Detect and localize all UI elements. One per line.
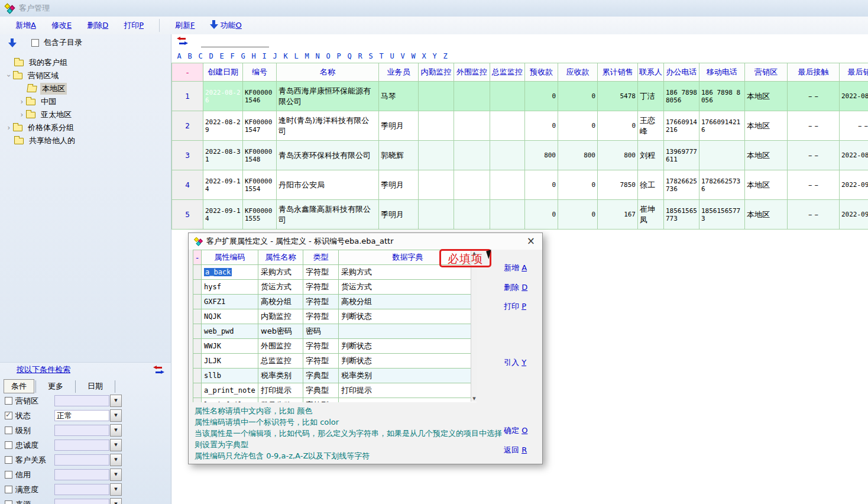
credit-checkbox[interactable] — [5, 471, 12, 479]
sidebar-item-marketing-region[interactable]: › 营销区域 — [0, 69, 171, 82]
status-dropdown[interactable]: 正常 — [54, 410, 109, 421]
column-header-total-sales[interactable]: 累计销售 — [598, 63, 638, 82]
alphabet-letter[interactable]: S — [365, 52, 376, 62]
tab-more[interactable]: 更多 — [37, 380, 74, 393]
selected-cell[interactable]: 2022-08-26 — [203, 82, 243, 111]
swap-columns-icon[interactable] — [154, 366, 164, 374]
dialog-button-import[interactable]: 引入 Y — [504, 357, 526, 368]
alphabet-letter[interactable]: V — [397, 52, 408, 62]
attr-row[interactable]: hysf 货运方式 字符型 货运方式 — [193, 280, 477, 295]
column-header-region[interactable]: 营销区 — [745, 63, 788, 82]
sidebar-item-asia-pacific[interactable]: › 亚太地区 — [0, 108, 171, 121]
toolbar-button-refresh[interactable]: 刷新F — [175, 20, 195, 31]
dropdown-arrow-icon[interactable]: ▼ — [110, 498, 122, 504]
table-row[interactable]: 5 2022-09-14 KF000001555 青岛永鑫隆高新科技有限公司 季… — [172, 200, 868, 230]
alphabet-letter[interactable]: W — [408, 52, 419, 62]
alphabet-letter[interactable]: R — [355, 52, 365, 62]
relationship-checkbox[interactable] — [5, 456, 12, 464]
toolbar-button-print[interactable]: 打印P — [124, 20, 144, 31]
column-header-attr-code[interactable]: 属性编码 — [202, 250, 258, 265]
column-header-attr-type[interactable]: 类型 — [303, 250, 339, 265]
alphabet-letter[interactable]: E — [216, 52, 227, 62]
dialog-button-print[interactable]: 打印 P — [504, 301, 526, 312]
satisfaction-dropdown[interactable] — [54, 484, 109, 495]
attr-row[interactable]: a_print_note 打印提示 字典型 打印提示 — [193, 383, 477, 398]
alphabet-letter[interactable]: I — [259, 52, 270, 62]
attr-row[interactable]: web_pwd web密码 密码 — [193, 324, 477, 339]
down-arrow-icon[interactable] — [8, 38, 16, 47]
attr-row[interactable]: JLJK 总监监控 字符型 判断状态 — [193, 354, 477, 369]
sidebar-item-china[interactable]: › 中国 — [0, 95, 171, 108]
scroll-down-icon[interactable]: ▼ — [471, 396, 477, 401]
dropdown-arrow-icon[interactable]: ▼ — [110, 409, 122, 422]
expander-closed-icon[interactable]: › — [18, 111, 26, 119]
sidebar-item-my-customers[interactable]: 我的客户组 — [0, 56, 171, 69]
dropdown-arrow-icon[interactable]: ▼ — [110, 395, 122, 407]
alphabet-letter[interactable]: D — [206, 52, 216, 62]
credit-dropdown[interactable] — [54, 469, 109, 480]
region-dropdown[interactable] — [54, 395, 109, 406]
alphabet-letter[interactable]: F — [227, 52, 238, 62]
column-header-last-sale[interactable]: 最后销售 — [840, 63, 868, 82]
alphabet-letter[interactable]: B — [184, 52, 195, 62]
attr-row[interactable]: GXFZ1 高校分组 字符型 高校分组 — [193, 295, 477, 309]
alphabet-letter[interactable]: Z — [440, 52, 451, 62]
toolbar-button-add[interactable]: 新增A — [15, 20, 36, 31]
alphabet-letter[interactable]: J — [270, 52, 280, 62]
column-header-minus[interactable]: - — [193, 250, 202, 265]
alphabet-letter[interactable]: T — [376, 52, 387, 62]
toolbar-button-delete[interactable]: 删除D — [87, 20, 108, 31]
column-header-mobile-phone[interactable]: 移动电话 — [699, 63, 745, 82]
attr-row[interactable]: a_back 采购方式 字符型 采购方式 — [193, 265, 477, 280]
loyalty-dropdown[interactable] — [54, 440, 109, 451]
expander-closed-icon[interactable]: › — [5, 124, 13, 132]
source-dropdown[interactable] — [54, 499, 109, 504]
alphabet-letter[interactable]: C — [195, 52, 206, 62]
alphabet-letter[interactable]: Y — [429, 52, 440, 62]
alphabet-letter[interactable]: L — [291, 52, 302, 62]
tab-date[interactable]: 日期 — [77, 380, 114, 393]
table-row[interactable]: 1 2022-08-26 KF000001546 青岛西海岸康恒环保能源有限公司… — [172, 82, 868, 111]
sidebar-item-price-system-group[interactable]: › 价格体系分组 — [0, 121, 171, 134]
dropdown-arrow-icon[interactable]: ▼ — [110, 454, 122, 466]
column-header-chief-monitor[interactable]: 总监监控 — [490, 63, 525, 82]
column-header-external-monitor[interactable]: 外围监控 — [454, 63, 490, 82]
level-checkbox[interactable] — [5, 427, 12, 434]
satisfaction-checkbox[interactable] — [5, 486, 12, 493]
column-header-created[interactable]: 创建日期 — [203, 63, 243, 82]
dropdown-arrow-icon[interactable]: ▼ — [110, 469, 122, 481]
alphabet-letter[interactable]: K — [280, 52, 291, 62]
expander-open-icon[interactable]: › — [5, 72, 13, 80]
column-header-minus[interactable]: - — [172, 63, 203, 82]
loyalty-checkbox[interactable] — [5, 441, 12, 449]
column-header-code[interactable]: 编号 — [243, 63, 277, 82]
column-header-attr-name[interactable]: 属性名称 — [258, 250, 303, 265]
column-header-contact[interactable]: 联系人 — [638, 63, 664, 82]
swap-columns-icon[interactable] — [177, 37, 187, 45]
tab-conditions[interactable]: 条件 — [4, 379, 34, 393]
alphabet-letter[interactable]: X — [419, 52, 429, 62]
column-header-internal-monitor[interactable]: 内勤监控 — [419, 63, 454, 82]
column-header-salesperson[interactable]: 业务员 — [379, 63, 419, 82]
region-checkbox[interactable] — [5, 397, 12, 405]
close-icon[interactable]: × — [527, 235, 535, 247]
relationship-dropdown[interactable] — [54, 454, 109, 466]
dropdown-arrow-icon[interactable]: ▼ — [110, 483, 122, 496]
include-subdirectory-checkbox[interactable] — [31, 39, 39, 47]
alphabet-letter[interactable]: N — [312, 52, 323, 62]
quick-search-input[interactable] — [201, 38, 269, 47]
scrollbar[interactable]: ▲ ▼ — [471, 250, 477, 402]
attr-row[interactable]: NQJK 内勤监控 字符型 判断状态 — [193, 309, 477, 324]
alphabet-letter[interactable]: M — [302, 52, 312, 62]
dialog-button-delete[interactable]: 删除 D — [504, 282, 527, 293]
status-checkbox[interactable] — [5, 412, 12, 419]
toolbar-button-functions[interactable]: 功能O — [210, 20, 241, 31]
alphabet-letter[interactable]: Q — [344, 52, 355, 62]
sidebar-item-shared[interactable]: 共享给他人的 — [0, 134, 171, 147]
column-header-office-phone[interactable]: 办公电话 — [664, 63, 699, 82]
selected-cell[interactable]: a_back — [204, 268, 232, 276]
dialog-button-add[interactable]: 新增 A — [504, 263, 527, 273]
table-row[interactable]: 4 2022-09-14 KF000001554 丹阳市公安局 季明月 0 0 … — [172, 170, 868, 200]
sidebar-item-local-region[interactable]: 本地区 — [0, 82, 171, 95]
table-row[interactable]: 3 2022-08-31 KF000001548 青岛沃赛环保科技有限公司 郭晓… — [172, 141, 868, 170]
